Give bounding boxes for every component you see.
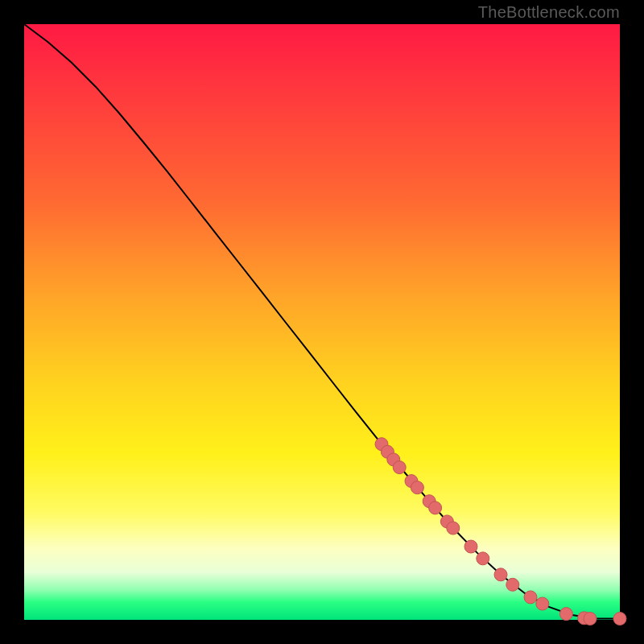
markers-group (375, 438, 626, 625)
chart-stage: TheBottleneck.com (0, 0, 644, 644)
watermark-text: TheBottleneck.com (478, 3, 620, 22)
data-marker (536, 597, 549, 610)
data-marker (464, 540, 477, 553)
data-marker (447, 522, 460, 535)
data-marker (524, 591, 537, 604)
data-marker (584, 613, 597, 625)
data-marker (559, 608, 572, 621)
data-marker (429, 502, 442, 514)
data-marker (494, 568, 507, 581)
chart-svg (24, 24, 620, 620)
data-marker (393, 461, 406, 474)
data-marker (411, 481, 423, 494)
data-marker (477, 552, 489, 565)
data-marker (613, 613, 626, 625)
curve-line (24, 24, 620, 619)
plot-area (24, 24, 620, 620)
data-marker (506, 578, 519, 591)
